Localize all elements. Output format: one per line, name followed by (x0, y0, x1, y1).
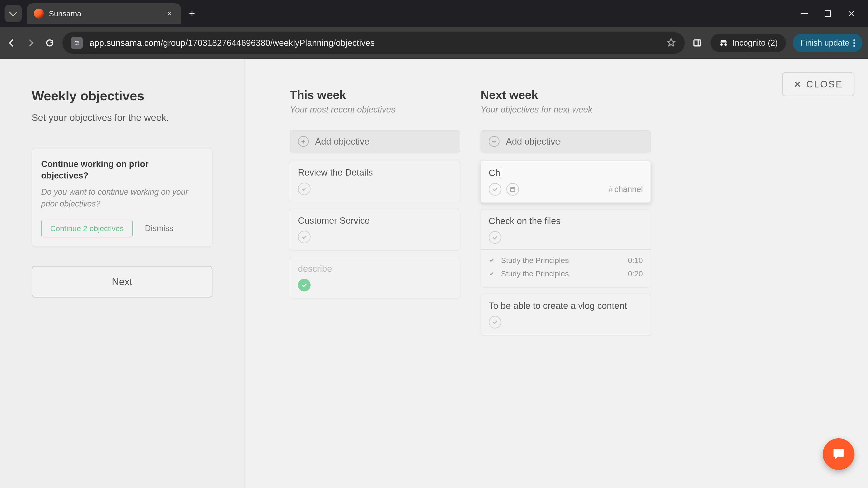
browser-tab-strip: Sunsama × + (0, 0, 868, 27)
window-controls (800, 9, 868, 18)
objective-card[interactable]: describe (290, 257, 460, 299)
url-text: app.sunsama.com/group/17031827644696380/… (90, 38, 659, 48)
subtask-row[interactable]: Study the Principles 0:10 (489, 254, 643, 267)
plus-icon: + (489, 136, 500, 147)
intercom-launcher[interactable] (823, 438, 855, 470)
objective-title: Customer Service (298, 216, 452, 226)
dismiss-button[interactable]: Dismiss (145, 224, 174, 233)
subtask-title: Study the Principles (501, 269, 569, 278)
continue-prompt-description: Do you want to continue working on your … (41, 186, 203, 210)
new-tab-button[interactable]: + (189, 8, 195, 19)
next-button[interactable]: Next (32, 266, 213, 297)
objective-card[interactable]: To be able to create a vlog content (480, 294, 651, 336)
nav-reload-button[interactable] (43, 37, 56, 49)
subtask-list: Study the Principles 0:10 Study the Prin… (481, 249, 651, 281)
chevron-down-icon (9, 8, 18, 17)
add-objective-label: Add objective (315, 136, 369, 147)
incognito-label: Incognito (2) (733, 38, 778, 48)
incognito-icon (719, 38, 728, 48)
objective-title-input[interactable]: Ch (489, 167, 501, 178)
main-pane: This week Your most recent objectives + … (245, 59, 868, 488)
hash-icon: # (609, 185, 613, 194)
subtask-duration: 0:10 (628, 256, 643, 265)
tab-search-button[interactable] (4, 5, 22, 22)
sunsama-favicon (34, 8, 44, 19)
continue-prompt-card: Continue working on prior objectives? Do… (32, 148, 213, 247)
next-week-title: Next week (480, 88, 651, 102)
bookmark-star-icon[interactable] (666, 37, 676, 48)
check-icon (492, 319, 498, 325)
check-icon (492, 186, 498, 193)
window-maximize-button[interactable] (823, 9, 832, 18)
svg-point-0 (75, 41, 76, 42)
objective-complete-toggle[interactable] (298, 183, 311, 195)
objective-channel[interactable]: #channel (609, 185, 643, 194)
nav-forward-button[interactable] (24, 37, 37, 49)
svg-point-2 (76, 43, 77, 45)
incognito-indicator[interactable]: Incognito (2) (710, 34, 786, 52)
objective-complete-toggle[interactable] (298, 231, 311, 243)
address-bar[interactable]: app.sunsama.com/group/17031827644696380/… (62, 32, 685, 54)
subtask-check-icon (489, 269, 495, 278)
objective-title: describe (298, 264, 452, 274)
next-week-column: Next week Your objectives for next week … (480, 88, 651, 342)
objective-title: To be able to create a vlog content (489, 301, 643, 311)
browser-tab[interactable]: Sunsama × (27, 3, 181, 24)
objective-complete-toggle[interactable] (298, 279, 311, 291)
objective-card-editing[interactable]: Ch #channel (480, 161, 651, 203)
window-minimize-button[interactable] (800, 9, 809, 18)
app-surface: CLOSE Weekly objectives Set your objecti… (0, 59, 868, 488)
objective-card[interactable]: Review the Details (290, 161, 460, 202)
subtask-row[interactable]: Study the Principles 0:20 (489, 267, 643, 281)
continue-prompt-question: Continue working on prior objectives? (41, 158, 168, 182)
objective-complete-toggle[interactable] (489, 316, 501, 328)
objective-card[interactable]: Check on the files Study the Principles … (480, 209, 651, 288)
continue-objectives-button[interactable]: Continue 2 objectives (41, 220, 133, 237)
objective-date-button[interactable] (506, 183, 519, 196)
nav-back-button[interactable] (5, 37, 18, 49)
finish-update-button[interactable]: Finish update (793, 34, 863, 52)
objective-card[interactable]: Customer Service (290, 209, 460, 251)
sidebar-title: Weekly objectives (32, 88, 213, 103)
objective-complete-toggle[interactable] (489, 231, 501, 244)
sidebar-subtitle: Set your objectives for the week. (32, 112, 213, 123)
tab-close-button[interactable]: × (167, 9, 172, 18)
chat-icon (831, 447, 846, 462)
check-icon (492, 234, 498, 240)
calendar-icon (509, 186, 516, 193)
kebab-icon (853, 39, 855, 47)
subtask-title: Study the Principles (501, 256, 569, 265)
objective-complete-toggle[interactable] (489, 183, 501, 196)
check-icon (301, 186, 307, 192)
this-week-title: This week (290, 88, 460, 102)
subtask-duration: 0:20 (628, 269, 643, 278)
objective-title: Review the Details (298, 167, 452, 177)
this-week-column: This week Your most recent objectives + … (290, 88, 460, 342)
side-panel-icon[interactable] (691, 37, 704, 49)
objective-title: Check on the files (489, 216, 643, 226)
subtask-check-icon (489, 256, 495, 265)
plus-icon: + (298, 136, 309, 147)
svg-rect-3 (694, 40, 701, 46)
svg-rect-5 (510, 188, 515, 192)
window-close-button[interactable] (847, 9, 856, 18)
add-objective-label: Add objective (506, 136, 560, 147)
check-icon (301, 234, 307, 240)
tab-title: Sunsama (49, 9, 162, 18)
finish-update-label: Finish update (800, 38, 849, 48)
site-settings-icon[interactable] (71, 37, 83, 49)
sidebar: Weekly objectives Set your objectives fo… (0, 59, 245, 488)
this-week-subtitle: Your most recent objectives (290, 105, 460, 115)
add-objective-this-week[interactable]: + Add objective (290, 130, 460, 153)
check-icon (301, 282, 307, 288)
browser-toolbar: app.sunsama.com/group/17031827644696380/… (0, 27, 868, 59)
text-caret (501, 167, 501, 177)
svg-point-1 (78, 42, 79, 43)
next-week-subtitle: Your objectives for next week (480, 105, 651, 115)
add-objective-next-week[interactable]: + Add objective (480, 130, 651, 153)
